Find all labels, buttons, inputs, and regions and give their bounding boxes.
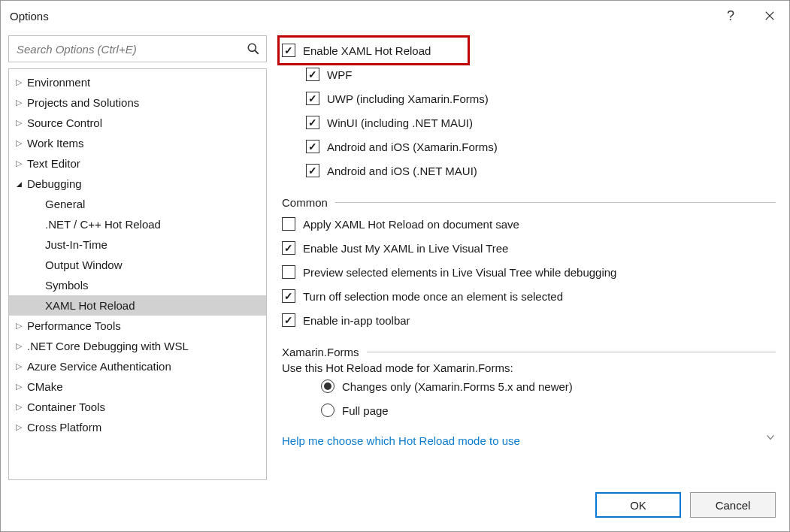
expand-closed-icon: ▷ [14,321,24,331]
tree-item-label: XAML Hot Reload [45,299,135,312]
tree-item-label: .NET / C++ Hot Reload [45,218,161,231]
tree-item-label: Projects and Solutions [27,96,139,109]
hot-reload-help-link[interactable]: Help me choose which Hot Reload mode to … [282,434,520,447]
platform-checkbox[interactable] [306,92,319,105]
tree-item-label: Environment [27,76,90,89]
window-title: Options [10,10,711,23]
xamarin-forms-group-label: Xamarin.Forms [282,346,359,358]
tree-item-label: Work Items [27,137,84,150]
common-option-row[interactable]: Enable in-app toolbar [282,308,776,332]
platform-checkbox[interactable] [306,68,319,81]
options-dialog: Options ? ▷Environment▷Projects and Solu… [0,0,790,532]
platform-row[interactable]: Android and iOS (Xamarin.Forms) [282,135,776,159]
common-option-row[interactable]: Enable Just My XAML in Live Visual Tree [282,236,776,260]
hot-reload-mode-option[interactable]: Full page [282,398,776,422]
platform-row[interactable]: WPF [282,62,776,86]
platform-row[interactable]: Android and iOS (.NET MAUI) [282,159,776,183]
ok-button[interactable]: OK [595,492,681,518]
tree-item[interactable]: ▷Projects and Solutions [9,92,266,113]
tree-item-label: Text Editor [27,157,80,170]
tree-item[interactable]: ▷Output Window [9,255,266,275]
tree-item-label: Symbols [45,279,89,292]
tree-item-label: Cross Platform [27,421,101,434]
enable-xaml-hot-reload-row[interactable]: Enable XAML Hot Reload [282,38,776,62]
expand-open-icon: ◢ [14,180,24,188]
tree-item[interactable]: ▷Source Control [9,113,266,133]
tree-item[interactable]: ▷Azure Service Authentication [9,356,266,376]
tree-item-label: Just-In-Time [45,238,107,251]
tree-item[interactable]: ▷.NET / C++ Hot Reload [9,214,266,234]
common-option-row[interactable]: Turn off selection mode once an element … [282,284,776,308]
common-option-label: Apply XAML Hot Reload on document save [303,218,519,231]
platform-label: Android and iOS (Xamarin.Forms) [327,141,498,153]
tree-item[interactable]: ▷General [9,194,266,214]
common-group-label: Common [282,196,328,209]
expand-closed-icon: ▷ [14,361,24,371]
common-option-checkbox[interactable] [282,241,295,255]
expand-closed-icon: ▷ [14,382,24,391]
tree-item-label: General [45,198,85,210]
common-option-checkbox[interactable] [282,313,295,327]
cancel-button[interactable]: Cancel [690,492,776,518]
tree-item[interactable]: ▷Text Editor [9,153,266,174]
expand-closed-icon: ▷ [14,341,24,351]
common-option-label: Enable in-app toolbar [303,314,410,327]
search-box[interactable] [8,35,267,62]
options-panel: Enable XAML Hot Reload WPFUWP (including… [274,35,782,480]
hot-reload-mode-label: Full page [342,404,389,417]
platform-checkbox[interactable] [306,116,319,129]
common-option-checkbox[interactable] [282,289,295,303]
tree-item-label: Performance Tools [27,319,121,332]
tree-item[interactable]: ▷XAML Hot Reload [9,295,266,316]
hot-reload-mode-option[interactable]: Changes only (Xamarin.Forms 5.x and newe… [282,374,776,398]
xamarin-forms-prompt: Use this Hot Reload mode for Xamarin.For… [282,361,776,374]
help-button[interactable]: ? [711,1,750,31]
close-button[interactable] [750,1,789,31]
common-option-row[interactable]: Apply XAML Hot Reload on document save [282,212,776,236]
enable-xaml-hot-reload-checkbox[interactable] [282,44,295,57]
svg-point-2 [248,44,256,51]
common-option-checkbox[interactable] [282,265,295,279]
tree-item-label: Debugging [27,177,82,190]
platform-row[interactable]: UWP (including Xamarin.Forms) [282,86,776,110]
titlebar: Options ? [1,1,789,31]
expand-closed-icon: ▷ [14,138,24,148]
expand-closed-icon: ▷ [14,159,24,168]
tree-item[interactable]: ▷Symbols [9,275,266,295]
xamarin-forms-group-header: Xamarin.Forms [282,346,776,358]
common-option-label: Enable Just My XAML in Live Visual Tree [303,242,508,255]
close-icon [764,11,775,21]
tree-item-label: CMake [27,380,63,393]
common-option-label: Preview selected elements in Live Visual… [303,266,616,279]
tree-item[interactable]: ▷.NET Core Debugging with WSL [9,336,266,356]
tree-item[interactable]: ▷Cross Platform [9,417,266,437]
tree-item-label: Azure Service Authentication [27,360,171,373]
common-option-row[interactable]: Preview selected elements in Live Visual… [282,260,776,284]
tree-item[interactable]: ▷Environment [9,72,266,92]
platform-row[interactable]: WinUI (including .NET MAUI) [282,110,776,135]
expand-closed-icon: ▷ [14,77,24,87]
hot-reload-mode-radio[interactable] [321,379,334,393]
expand-closed-icon: ▷ [14,98,24,107]
tree-item[interactable]: ▷Container Tools [9,397,266,417]
platform-checkbox[interactable] [306,140,319,153]
tree-item[interactable]: ▷Performance Tools [9,316,266,336]
platform-label: Android and iOS (.NET MAUI) [327,165,477,177]
tree-item[interactable]: ▷Work Items [9,133,266,153]
tree-item[interactable]: ▷Just-In-Time [9,234,266,255]
tree-item-label: Output Window [45,258,123,271]
tree-item[interactable]: ▷CMake [9,376,266,397]
options-tree[interactable]: ▷Environment▷Projects and Solutions▷Sour… [9,69,266,479]
expand-closed-icon: ▷ [14,118,24,128]
tree-item-label: Source Control [27,116,102,129]
platform-label: WPF [327,68,352,81]
common-option-checkbox[interactable] [282,217,295,231]
hot-reload-mode-radio[interactable] [321,404,334,417]
tree-item-label: Container Tools [27,401,105,413]
platform-label: WinUI (including .NET MAUI) [327,116,473,129]
platform-checkbox[interactable] [306,164,319,177]
chevron-down-icon[interactable] [765,432,776,443]
search-input[interactable] [15,42,247,56]
tree-item[interactable]: ◢Debugging [9,174,266,194]
svg-line-3 [255,50,259,54]
